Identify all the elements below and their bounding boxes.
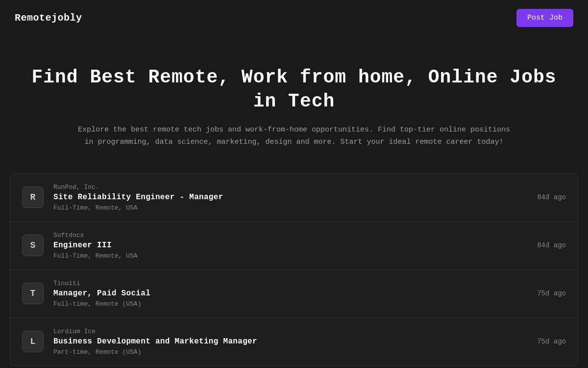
company-avatar: T	[22, 283, 44, 304]
company-name: Softdocs	[53, 232, 527, 239]
post-job-button[interactable]: Post Job	[516, 9, 573, 27]
job-title: Engineer III	[53, 241, 527, 250]
company-name: Tinuiti	[53, 280, 527, 287]
job-title: Manager, Paid Social	[53, 289, 527, 298]
company-name: RunPod, Inc.	[53, 184, 527, 191]
job-title: Business Development and Marketing Manag…	[53, 337, 527, 346]
logo: Remotejobly	[15, 12, 82, 24]
job-time: 75d ago	[537, 338, 566, 345]
jobs-list: R RunPod, Inc. Site Reliability Engineer…	[10, 173, 578, 366]
company-name: Lordium Ice	[53, 328, 527, 335]
job-title: Site Reliability Engineer - Manager	[53, 193, 527, 202]
job-time: 84d ago	[537, 241, 566, 249]
job-time: 84d ago	[537, 193, 566, 201]
job-info: RunPod, Inc. Site Reliability Engineer -…	[53, 184, 527, 211]
job-info: Softdocs Engineer III Full-Time, Remote,…	[53, 232, 527, 260]
job-time: 75d ago	[537, 289, 566, 297]
job-info: Tinuiti Manager, Paid Social Full-time, …	[53, 280, 527, 308]
hero-description: Explore the best remote tech jobs and wo…	[74, 124, 514, 149]
hero-section: Find Best Remote, Work from home, Online…	[0, 36, 588, 173]
company-avatar: R	[22, 186, 44, 208]
job-card[interactable]: R RunPod, Inc. Site Reliability Engineer…	[10, 174, 578, 222]
job-meta: Full-Time, Remote, USA	[53, 204, 527, 211]
job-card[interactable]: L Lordium Ice Business Development and M…	[10, 318, 578, 366]
job-meta: Full-time, Remote (USA)	[53, 300, 527, 308]
job-meta: Full-Time, Remote, USA	[53, 252, 527, 260]
company-avatar: L	[22, 331, 44, 352]
job-card[interactable]: T Tinuiti Manager, Paid Social Full-time…	[10, 270, 578, 318]
hero-title: Find Best Remote, Work from home, Online…	[15, 65, 573, 114]
header: Remotejobly Post Job	[0, 0, 588, 36]
job-card[interactable]: S Softdocs Engineer III Full-Time, Remot…	[10, 222, 578, 270]
job-info: Lordium Ice Business Development and Mar…	[53, 328, 527, 356]
company-avatar: S	[22, 235, 44, 256]
job-meta: Part-time, Remote (USA)	[53, 348, 527, 356]
